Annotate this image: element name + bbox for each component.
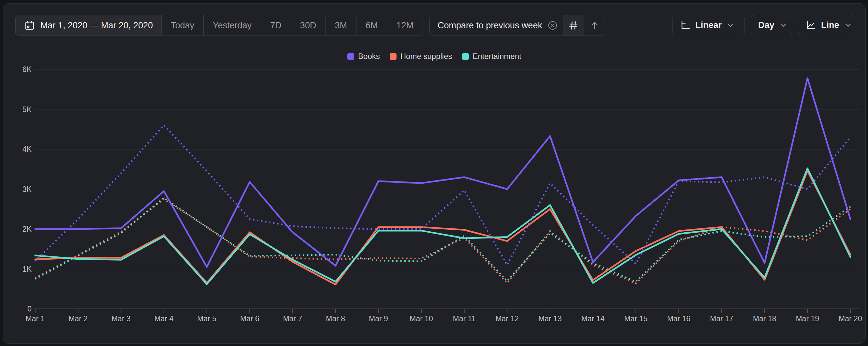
legend-swatch bbox=[347, 53, 354, 60]
date-range-label: Mar 1, 2020 — Mar 20, 2020 bbox=[40, 21, 153, 31]
legend-item-home-supplies[interactable]: Home supplies bbox=[390, 52, 452, 61]
preset-3m[interactable]: 3M bbox=[326, 15, 356, 35]
chevron-down-icon bbox=[726, 21, 735, 29]
scale-dropdown[interactable]: Linear bbox=[672, 15, 745, 35]
compare-chip[interactable]: Compare to previous week bbox=[429, 15, 566, 36]
preset-yesterday[interactable]: Yesterday bbox=[204, 15, 261, 35]
legend-item-entertainment[interactable]: Entertainment bbox=[462, 52, 521, 61]
date-range-group: Mar 1, 2020 — Mar 20, 2020 TodayYesterda… bbox=[15, 15, 423, 36]
calendar-icon bbox=[24, 20, 35, 31]
linear-scale-icon bbox=[680, 20, 691, 31]
legend-label: Entertainment bbox=[473, 52, 521, 61]
chart-card: Mar 1, 2020 — Mar 20, 2020 TodayYesterda… bbox=[3, 3, 866, 344]
legend-label: Books bbox=[358, 52, 380, 61]
legend-label: Home supplies bbox=[400, 52, 452, 61]
scale-dropdown-label: Linear bbox=[695, 20, 722, 30]
granularity-dropdown[interactable]: Day bbox=[751, 15, 792, 35]
preset-6m[interactable]: 6M bbox=[356, 15, 388, 35]
legend-swatch bbox=[462, 53, 469, 60]
granularity-dropdown-label: Day bbox=[758, 20, 774, 30]
line-chart-icon bbox=[805, 20, 816, 31]
chart-tools-group bbox=[563, 15, 606, 36]
preset-today[interactable]: Today bbox=[162, 15, 204, 35]
chart-type-dropdown[interactable]: Line bbox=[798, 15, 854, 35]
grid-icon bbox=[568, 20, 579, 31]
grid-toggle-button[interactable] bbox=[563, 15, 584, 35]
chart-legend: BooksHome suppliesEntertainment bbox=[3, 52, 865, 61]
arrow-up-icon bbox=[589, 20, 600, 31]
chart-type-dropdown-label: Line bbox=[821, 20, 839, 30]
chevron-down-icon bbox=[844, 21, 852, 29]
chevron-down-icon bbox=[779, 21, 787, 29]
toolbar-divider bbox=[3, 46, 865, 47]
legend-swatch bbox=[390, 53, 397, 60]
export-button[interactable] bbox=[584, 15, 605, 35]
preset-12m[interactable]: 12M bbox=[387, 15, 423, 35]
compare-chip-label: Compare to previous week bbox=[438, 21, 542, 31]
preset-30d[interactable]: 30D bbox=[291, 15, 326, 35]
date-range-button[interactable]: Mar 1, 2020 — Mar 20, 2020 bbox=[16, 15, 162, 35]
dashboard: Mar 1, 2020 — Mar 20, 2020 TodayYesterda… bbox=[0, 0, 868, 346]
preset-7d[interactable]: 7D bbox=[261, 15, 291, 35]
legend-item-books[interactable]: Books bbox=[347, 52, 380, 61]
close-circle-icon[interactable] bbox=[548, 20, 558, 31]
